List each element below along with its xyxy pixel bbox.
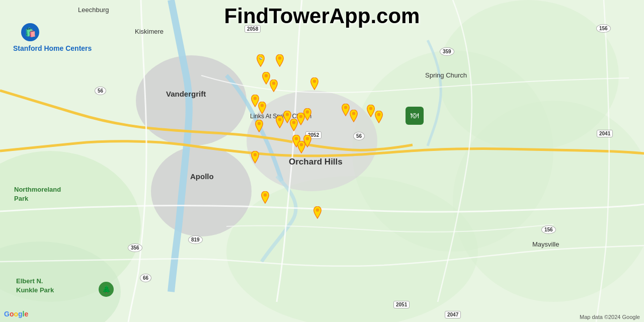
- svg-point-5: [438, 0, 619, 151]
- tower-marker[interactable]: [302, 135, 313, 148]
- svg-point-25: [369, 107, 372, 110]
- svg-point-12: [278, 56, 281, 59]
- badge-2058: 2058: [245, 25, 261, 33]
- badge-66: 66: [140, 274, 151, 282]
- badge-359: 359: [440, 47, 454, 56]
- badge-56-1: 56: [95, 87, 106, 95]
- tower-marker[interactable]: [254, 120, 265, 133]
- svg-point-33: [316, 208, 319, 211]
- stanford-home-centers-poi[interactable]: 🛍️: [21, 23, 39, 41]
- badge-156-2: 156: [541, 225, 556, 234]
- tower-marker[interactable]: [274, 54, 285, 67]
- tree-icon: 🌲: [102, 285, 111, 293]
- tower-marker[interactable]: [312, 206, 323, 219]
- badge-56-2: 56: [353, 132, 365, 140]
- stanford-icon: 🛍️: [21, 23, 39, 41]
- badge-2051: 2051: [393, 301, 410, 308]
- svg-point-15: [313, 79, 316, 83]
- tower-marker[interactable]: [348, 110, 359, 123]
- tower-marker[interactable]: [250, 151, 261, 164]
- restaurant-icon: 🍽: [411, 111, 419, 120]
- svg-point-31: [306, 137, 309, 140]
- logo-g: G: [4, 310, 10, 318]
- tower-marker[interactable]: 📡: [255, 54, 266, 67]
- tower-marker[interactable]: [260, 191, 271, 204]
- svg-point-8: [151, 146, 252, 236]
- park-tree-marker: 🌲: [99, 282, 114, 297]
- svg-point-26: [377, 113, 380, 116]
- restaurant-marker[interactable]: 🍽: [406, 107, 424, 125]
- svg-point-16: [254, 97, 257, 100]
- badge-156-1: 156: [596, 24, 611, 33]
- google-logo: Google: [4, 310, 28, 318]
- logo-o2: o: [14, 310, 18, 318]
- svg-point-27: [258, 122, 261, 125]
- tower-marker[interactable]: [257, 102, 268, 115]
- svg-point-17: [261, 104, 264, 107]
- svg-point-32: [264, 193, 267, 196]
- svg-point-28: [254, 153, 257, 156]
- svg-point-18: [278, 118, 281, 121]
- svg-point-22: [306, 110, 309, 113]
- badge-2041: 2041: [597, 130, 613, 137]
- map-attribution: Map data ©2024 Google: [580, 314, 640, 320]
- badge-819: 819: [188, 235, 203, 244]
- logo-e: e: [24, 310, 28, 318]
- svg-point-23: [344, 106, 347, 109]
- tower-marker[interactable]: [373, 111, 384, 124]
- tower-marker[interactable]: [309, 77, 320, 91]
- logo-g2: g: [18, 310, 23, 318]
- svg-point-24: [352, 112, 355, 115]
- svg-point-13: [265, 74, 268, 77]
- badge-356: 356: [128, 244, 142, 252]
- svg-point-29: [295, 137, 298, 140]
- tower-marker[interactable]: [302, 108, 313, 121]
- badge-2047: 2047: [445, 311, 461, 318]
- tower-marker[interactable]: [268, 79, 279, 93]
- map-container: FindTowerApp.com Leechburg Kiskimere Van…: [0, 0, 644, 322]
- svg-point-14: [272, 82, 275, 85]
- svg-text:📡: 📡: [259, 56, 263, 60]
- svg-point-19: [286, 113, 289, 116]
